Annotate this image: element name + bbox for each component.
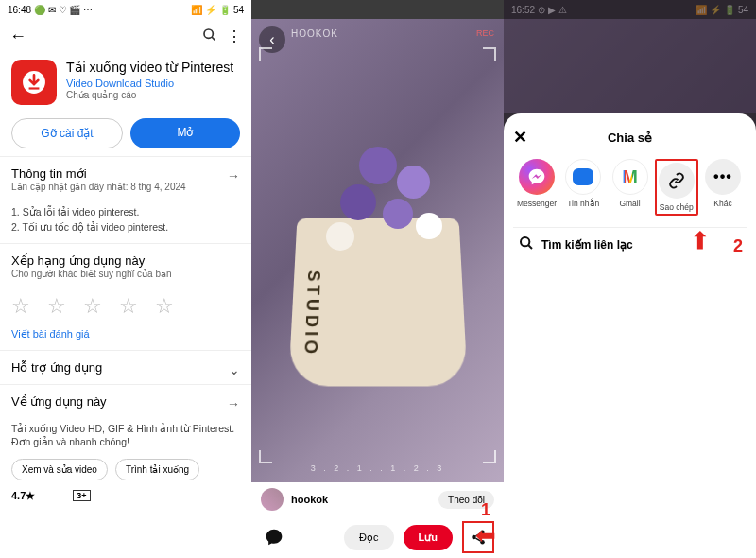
frame-corner <box>483 450 496 463</box>
watermark: HOOKOK <box>291 28 338 39</box>
rate-sub: Cho người khác biết suy nghĩ của bạn <box>11 269 240 279</box>
rating-row: 4.7★ 3+ <box>0 490 251 502</box>
gmail-icon: M <box>612 159 648 195</box>
about-section[interactable]: Về ứng dụng này → <box>0 384 251 418</box>
arrow-icon: ➡ <box>685 230 714 251</box>
share-more[interactable]: ••• Khác <box>701 159 745 216</box>
svg-point-0 <box>204 29 213 38</box>
chevron-down-icon: ⌄ <box>229 362 240 377</box>
frame-corner <box>259 450 272 463</box>
uninstall-button[interactable]: Gỡ cài đặt <box>11 118 123 148</box>
arrow-icon: ⬅ <box>475 521 496 550</box>
share-messages[interactable]: Tin nhắn <box>561 159 605 216</box>
chevron-right-icon: → <box>227 396 240 411</box>
about-description: Tải xuống Video HD, GIF & Hình ảnh từ Pi… <box>0 418 251 459</box>
release-notes: 1. Sửa lỗi tải video pinterest. 2. Tối ư… <box>0 201 251 243</box>
battery-pct: 54 <box>233 5 244 15</box>
app-header: Tải xuống video từ Pinterest Video Downl… <box>0 54 251 111</box>
rating-stars[interactable]: ☆ ☆ ☆ ☆ ☆ <box>0 288 251 328</box>
step-label: 2 <box>733 236 743 256</box>
step-label: 1 <box>481 500 490 520</box>
frame-corner <box>483 47 496 61</box>
rate-title: Xếp hạng ứng dụng này <box>11 253 240 268</box>
messenger-icon <box>519 159 555 195</box>
star-icon[interactable]: ☆ <box>119 294 138 319</box>
support-section[interactable]: Hỗ trợ ứng dụng ⌄ <box>0 350 251 384</box>
read-button[interactable]: Đọc <box>344 525 393 550</box>
more-icon: ••• <box>705 159 741 195</box>
frame-counter: 3 . 2 . 1 . . 1 . 2 . 3 <box>251 463 504 473</box>
action-bar: Đọc Lưu <box>251 516 504 558</box>
write-review-link[interactable]: Viết bài đánh giá <box>0 328 251 350</box>
profile-row: hookok Theo dõi <box>251 482 504 516</box>
sheet-title: Chia sẻ <box>513 131 747 145</box>
svg-line-1 <box>212 37 215 40</box>
app-name: Tải xuống video từ Pinterest <box>66 60 240 76</box>
status-time: 16:48 <box>8 5 31 15</box>
back-icon[interactable]: ← <box>9 26 26 46</box>
category-chip[interactable]: Trình tải xuống <box>115 459 199 480</box>
share-sheet-panel: 16:52 ⊙ ▶ ⚠ 📶 ⚡ 🔋54 ✕ Chia sẻ Messenger … <box>504 0 756 558</box>
share-copy[interactable]: Sao chép <box>655 159 698 216</box>
status-icons: 🟢 ✉ ♡ 🎬 ⋯ <box>34 5 93 15</box>
save-button[interactable]: Lưu <box>404 525 453 550</box>
share-messenger[interactable]: Messenger <box>515 159 558 216</box>
pin-image[interactable]: STUDIO <box>251 19 504 482</box>
play-store-panel: 16:48🟢 ✉ ♡ 🎬 ⋯ 📶 ⚡🔋54 ← ⋮ Tải xuống vide… <box>0 0 251 558</box>
bouquet-image: STUDIO <box>293 118 463 383</box>
rec-indicator: REC <box>476 28 494 38</box>
category-chip[interactable]: Xem và sửa video <box>11 459 108 480</box>
share-gmail[interactable]: M Gmail <box>609 159 652 216</box>
rate-section: Xếp hạng ứng dụng này Cho người khác biế… <box>0 243 251 288</box>
search-icon <box>519 235 534 253</box>
battery-icon: 🔋 <box>219 5 231 15</box>
whats-new-title: Thông tin mới <box>11 166 240 181</box>
developer-link[interactable]: Video Download Studio <box>66 78 240 89</box>
username[interactable]: hookok <box>291 494 431 505</box>
ads-label: Chứa quảng cáo <box>66 90 240 100</box>
svg-point-9 <box>521 237 529 246</box>
more-icon[interactable]: ⋮ <box>227 27 242 45</box>
frame-corner <box>259 47 272 61</box>
star-icon[interactable]: ☆ <box>47 294 66 319</box>
app-top-bar: ← ⋮ <box>0 19 251 54</box>
signal-icon: 📶 ⚡ <box>191 5 216 15</box>
whats-new-sub: Lần cập nhật gần đây nhất: 8 thg 4, 2024 <box>11 182 240 192</box>
link-icon <box>659 163 695 199</box>
share-sheet: ✕ Chia sẻ Messenger Tin nhắn M Gmail <box>504 113 756 558</box>
pinterest-pin-panel: STUDIO ‹ HOOKOK REC 3 . 2 . 1 . . 1 . 2 … <box>251 0 504 558</box>
svg-line-10 <box>528 245 532 249</box>
chevron-right-icon: → <box>227 168 240 183</box>
comment-icon[interactable] <box>261 524 287 550</box>
avatar[interactable] <box>261 488 284 511</box>
svg-rect-3 <box>29 87 40 89</box>
search-icon[interactable] <box>202 27 217 46</box>
star-icon[interactable]: ☆ <box>155 294 174 319</box>
app-icon <box>11 60 57 105</box>
star-icon[interactable]: ☆ <box>11 294 30 319</box>
star-icon[interactable]: ☆ <box>83 294 102 319</box>
status-bar <box>251 0 504 19</box>
open-button[interactable]: Mở <box>130 118 240 148</box>
status-bar: 16:48🟢 ✉ ♡ 🎬 ⋯ 📶 ⚡🔋54 <box>0 0 251 19</box>
share-icons-row: Messenger Tin nhắn M Gmail Sao chép ••• … <box>513 159 747 227</box>
messages-icon <box>565 159 601 195</box>
whats-new-section[interactable]: Thông tin mới Lần cập nhật gần đây nhất:… <box>0 156 251 201</box>
